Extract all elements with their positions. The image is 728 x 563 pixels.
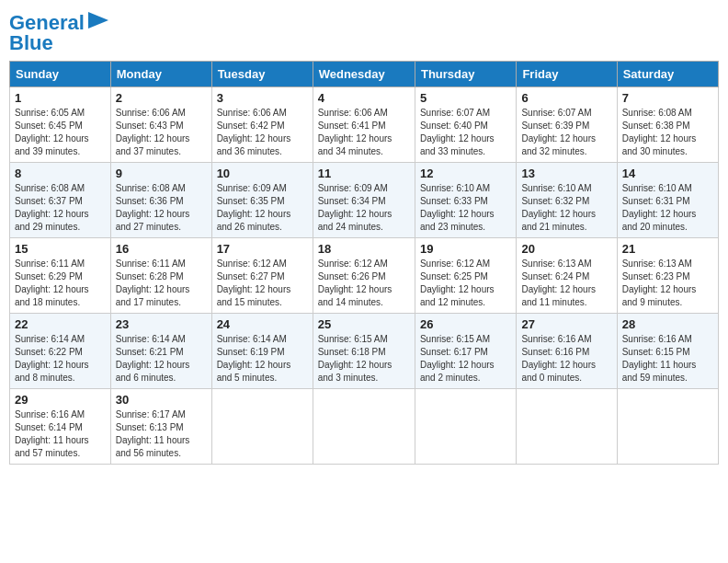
- calendar-day-cell: 21Sunrise: 6:13 AM Sunset: 6:23 PM Dayli…: [617, 238, 718, 314]
- day-info: Sunrise: 6:05 AM Sunset: 6:45 PM Dayligh…: [15, 107, 106, 158]
- calendar-week-row: 29Sunrise: 6:16 AM Sunset: 6:14 PM Dayli…: [10, 389, 719, 465]
- day-number: 28: [622, 317, 713, 331]
- calendar-day-cell: 19Sunrise: 6:12 AM Sunset: 6:25 PM Dayli…: [415, 238, 516, 314]
- day-number: 24: [217, 317, 308, 331]
- day-number: 12: [420, 167, 511, 180]
- day-info: Sunrise: 6:08 AM Sunset: 6:37 PM Dayligh…: [15, 182, 106, 234]
- calendar-day-cell: 29Sunrise: 6:16 AM Sunset: 6:14 PM Dayli…: [10, 389, 111, 465]
- day-info: Sunrise: 6:16 AM Sunset: 6:15 PM Dayligh…: [622, 333, 713, 385]
- day-info: Sunrise: 6:13 AM Sunset: 6:23 PM Dayligh…: [622, 258, 713, 309]
- column-header-thursday: Thursday: [415, 62, 516, 87]
- calendar-day-cell: 5Sunrise: 6:07 AM Sunset: 6:40 PM Daylig…: [415, 87, 516, 163]
- day-info: Sunrise: 6:06 AM Sunset: 6:43 PM Dayligh…: [116, 107, 207, 158]
- day-info: Sunrise: 6:10 AM Sunset: 6:32 PM Dayligh…: [521, 182, 611, 234]
- day-number: 10: [217, 167, 308, 180]
- day-number: 8: [15, 167, 106, 180]
- day-number: 26: [420, 317, 511, 331]
- column-header-monday: Monday: [110, 62, 211, 87]
- calendar-day-cell: [313, 389, 415, 465]
- calendar-day-cell: 18Sunrise: 6:12 AM Sunset: 6:26 PM Dayli…: [313, 238, 415, 314]
- day-number: 16: [116, 242, 207, 256]
- day-number: 4: [318, 91, 410, 105]
- calendar-day-cell: 25Sunrise: 6:15 AM Sunset: 6:18 PM Dayli…: [313, 314, 415, 389]
- calendar-day-cell: 22Sunrise: 6:14 AM Sunset: 6:22 PM Dayli…: [10, 314, 111, 389]
- calendar-week-row: 8Sunrise: 6:08 AM Sunset: 6:37 PM Daylig…: [10, 163, 719, 238]
- calendar-day-cell: 13Sunrise: 6:10 AM Sunset: 6:32 PM Dayli…: [517, 163, 617, 238]
- day-info: Sunrise: 6:15 AM Sunset: 6:18 PM Dayligh…: [318, 333, 410, 385]
- day-info: Sunrise: 6:09 AM Sunset: 6:35 PM Dayligh…: [217, 182, 308, 234]
- day-number: 9: [116, 167, 207, 180]
- day-number: 7: [622, 91, 713, 105]
- column-header-sunday: Sunday: [10, 62, 111, 87]
- calendar-day-cell: 16Sunrise: 6:11 AM Sunset: 6:28 PM Dayli…: [110, 238, 211, 314]
- day-number: 13: [521, 167, 611, 180]
- logo-text: General: [9, 13, 85, 33]
- day-info: Sunrise: 6:09 AM Sunset: 6:34 PM Dayligh…: [318, 182, 410, 234]
- day-number: 30: [116, 393, 207, 407]
- column-header-wednesday: Wednesday: [313, 62, 415, 87]
- day-info: Sunrise: 6:13 AM Sunset: 6:24 PM Dayligh…: [521, 258, 611, 309]
- logo-arrow-icon: [88, 12, 108, 29]
- column-header-friday: Friday: [517, 62, 617, 87]
- day-number: 27: [521, 317, 611, 331]
- day-info: Sunrise: 6:11 AM Sunset: 6:29 PM Dayligh…: [15, 258, 106, 309]
- day-number: 20: [521, 242, 611, 256]
- day-number: 21: [622, 242, 713, 256]
- calendar-day-cell: [517, 389, 617, 465]
- calendar-day-cell: 11Sunrise: 6:09 AM Sunset: 6:34 PM Dayli…: [313, 163, 415, 238]
- calendar-day-cell: 28Sunrise: 6:16 AM Sunset: 6:15 PM Dayli…: [617, 314, 718, 389]
- day-info: Sunrise: 6:07 AM Sunset: 6:40 PM Dayligh…: [420, 107, 511, 158]
- day-number: 19: [420, 242, 511, 256]
- calendar-day-cell: 4Sunrise: 6:06 AM Sunset: 6:41 PM Daylig…: [313, 87, 415, 163]
- calendar-day-cell: 2Sunrise: 6:06 AM Sunset: 6:43 PM Daylig…: [110, 87, 211, 163]
- day-info: Sunrise: 6:17 AM Sunset: 6:13 PM Dayligh…: [116, 408, 207, 460]
- day-number: 6: [521, 91, 611, 105]
- calendar-day-cell: 10Sunrise: 6:09 AM Sunset: 6:35 PM Dayli…: [211, 163, 313, 238]
- column-header-saturday: Saturday: [617, 62, 718, 87]
- day-info: Sunrise: 6:16 AM Sunset: 6:16 PM Dayligh…: [521, 333, 611, 385]
- logo: General Blue: [9, 9, 108, 53]
- page-header: General Blue: [9, 9, 719, 53]
- day-number: 25: [318, 317, 410, 331]
- calendar-day-cell: 12Sunrise: 6:10 AM Sunset: 6:33 PM Dayli…: [415, 163, 516, 238]
- day-info: Sunrise: 6:15 AM Sunset: 6:17 PM Dayligh…: [420, 333, 511, 385]
- day-info: Sunrise: 6:12 AM Sunset: 6:26 PM Dayligh…: [318, 258, 410, 309]
- calendar-day-cell: [415, 389, 516, 465]
- day-info: Sunrise: 6:16 AM Sunset: 6:14 PM Dayligh…: [15, 408, 106, 460]
- calendar-header-row: SundayMondayTuesdayWednesdayThursdayFrid…: [10, 62, 719, 87]
- day-number: 2: [116, 91, 207, 105]
- calendar-day-cell: 23Sunrise: 6:14 AM Sunset: 6:21 PM Dayli…: [110, 314, 211, 389]
- calendar-week-row: 22Sunrise: 6:14 AM Sunset: 6:22 PM Dayli…: [10, 314, 719, 389]
- calendar-week-row: 1Sunrise: 6:05 AM Sunset: 6:45 PM Daylig…: [10, 87, 719, 163]
- day-number: 11: [318, 167, 410, 180]
- day-number: 29: [15, 393, 106, 407]
- calendar-day-cell: 17Sunrise: 6:12 AM Sunset: 6:27 PM Dayli…: [211, 238, 313, 314]
- day-info: Sunrise: 6:14 AM Sunset: 6:22 PM Dayligh…: [15, 333, 106, 385]
- day-info: Sunrise: 6:14 AM Sunset: 6:19 PM Dayligh…: [217, 333, 308, 385]
- calendar-table: SundayMondayTuesdayWednesdayThursdayFrid…: [9, 61, 719, 465]
- calendar-day-cell: 27Sunrise: 6:16 AM Sunset: 6:16 PM Dayli…: [517, 314, 617, 389]
- calendar-day-cell: 7Sunrise: 6:08 AM Sunset: 6:38 PM Daylig…: [617, 87, 718, 163]
- calendar-day-cell: [617, 389, 718, 465]
- day-number: 5: [420, 91, 511, 105]
- day-number: 22: [15, 317, 106, 331]
- day-info: Sunrise: 6:10 AM Sunset: 6:31 PM Dayligh…: [622, 182, 713, 234]
- svg-marker-0: [88, 12, 108, 29]
- day-info: Sunrise: 6:14 AM Sunset: 6:21 PM Dayligh…: [116, 333, 207, 385]
- day-number: 23: [116, 317, 207, 331]
- calendar-day-cell: 9Sunrise: 6:08 AM Sunset: 6:36 PM Daylig…: [110, 163, 211, 238]
- calendar-day-cell: 30Sunrise: 6:17 AM Sunset: 6:13 PM Dayli…: [110, 389, 211, 465]
- day-info: Sunrise: 6:11 AM Sunset: 6:28 PM Dayligh…: [116, 258, 207, 309]
- day-info: Sunrise: 6:12 AM Sunset: 6:27 PM Dayligh…: [217, 258, 308, 309]
- column-header-tuesday: Tuesday: [211, 62, 313, 87]
- calendar-day-cell: 14Sunrise: 6:10 AM Sunset: 6:31 PM Dayli…: [617, 163, 718, 238]
- day-info: Sunrise: 6:10 AM Sunset: 6:33 PM Dayligh…: [420, 182, 511, 234]
- calendar-day-cell: 15Sunrise: 6:11 AM Sunset: 6:29 PM Dayli…: [10, 238, 111, 314]
- logo-blue-text: Blue: [9, 31, 53, 54]
- calendar-day-cell: 8Sunrise: 6:08 AM Sunset: 6:37 PM Daylig…: [10, 163, 111, 238]
- day-number: 15: [15, 242, 106, 256]
- day-info: Sunrise: 6:06 AM Sunset: 6:42 PM Dayligh…: [217, 107, 308, 158]
- day-number: 14: [622, 167, 713, 180]
- calendar-day-cell: 24Sunrise: 6:14 AM Sunset: 6:19 PM Dayli…: [211, 314, 313, 389]
- day-number: 18: [318, 242, 410, 256]
